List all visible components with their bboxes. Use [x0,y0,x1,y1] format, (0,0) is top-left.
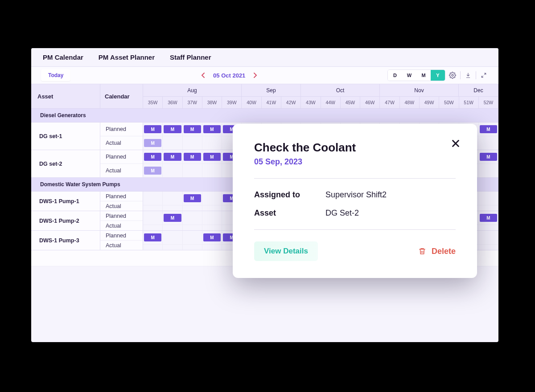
week-slot[interactable] [202,164,222,177]
week-slot[interactable] [143,192,163,205]
week-slot[interactable]: M [143,150,163,163]
maintenance-chip[interactable]: M [144,139,161,147]
maintenance-chip[interactable]: M [480,125,497,133]
week-slot[interactable] [183,225,202,230]
week-slot[interactable] [163,245,182,250]
view-details-button[interactable]: View Details [254,241,318,261]
chevron-left-icon[interactable] [200,72,207,79]
calendar-lines: PlannedActual [100,211,143,230]
maintenance-chip[interactable]: M [164,214,181,222]
week-slot[interactable] [479,205,498,211]
week-header: 50W [439,97,459,108]
week-slot[interactable]: M [143,164,163,177]
planned-label: Planned [100,150,143,164]
planned-label: Planned [100,231,143,241]
view-month-button[interactable]: M [416,70,431,81]
week-slot[interactable] [183,164,202,177]
week-slot[interactable] [163,192,182,205]
week-slot[interactable] [163,164,182,177]
view-day-button[interactable]: D [388,70,402,81]
week-slot[interactable] [163,231,182,244]
assigned-label: Assigned to [254,190,325,200]
week-slot[interactable]: M [163,122,182,136]
week-slot[interactable] [163,205,182,211]
maintenance-chip[interactable]: M [144,153,161,161]
week-slot[interactable] [479,245,498,250]
tab-pm-calendar[interactable]: PM Calendar [43,53,83,61]
week-slot[interactable] [183,136,202,150]
week-slot[interactable] [143,245,163,250]
week-slot[interactable]: M [202,231,222,244]
week-slot[interactable]: M [143,231,163,244]
week-slot[interactable] [143,225,163,230]
week-slot[interactable]: M [143,122,163,136]
view-week-button[interactable]: W [402,70,416,81]
week-slot[interactable] [202,205,222,211]
week-slot[interactable] [202,192,222,205]
maintenance-chip[interactable]: M [144,125,161,133]
timeline-header: AugSepOctNovDec 35W36W37W38W39W40W41W42W… [143,84,498,108]
week-slot[interactable] [202,245,222,250]
week-slot[interactable] [183,231,202,244]
week-slot[interactable]: M [163,211,182,225]
week-header: 35W [143,97,163,108]
view-year-button[interactable]: Y [431,70,445,81]
popover-title: Check the Coolant [254,141,456,155]
field-assigned: Assigned to Supervisor Shift2 [254,190,456,200]
maintenance-chip[interactable]: M [203,125,221,133]
week-slot[interactable] [143,205,163,211]
maintenance-chip[interactable]: M [184,194,201,202]
week-slot[interactable] [202,136,222,150]
maintenance-chip[interactable]: M [164,125,181,133]
expand-icon[interactable] [479,70,489,80]
week-slot[interactable] [202,225,222,230]
task-popover: Check the Coolant 05 Sep, 2023 Assigned … [233,124,477,278]
week-slot[interactable] [479,192,498,205]
month-header: Aug [143,84,242,96]
chevron-right-icon[interactable] [251,72,259,79]
maintenance-chip[interactable]: M [184,125,201,133]
week-slot[interactable]: M [202,122,222,136]
week-slot[interactable]: M [479,211,498,225]
week-slot[interactable] [143,211,163,225]
week-slot[interactable] [479,136,498,150]
tab-pm-asset-planner[interactable]: PM Asset Planner [99,53,155,61]
tab-staff-planner[interactable]: Staff Planner [170,53,211,61]
week-slot[interactable]: M [183,122,202,136]
week-slot[interactable]: M [143,136,163,150]
maintenance-chip[interactable]: M [164,153,181,161]
maintenance-chip[interactable]: M [203,233,221,241]
view-tools: D W M Y [388,70,489,81]
week-slot[interactable] [163,225,182,230]
week-slot[interactable] [479,231,498,244]
week-slot[interactable] [163,136,182,150]
week-slot[interactable]: M [163,150,182,163]
week-slot[interactable]: M [183,150,202,163]
week-slot[interactable] [479,225,498,230]
download-icon[interactable] [463,70,473,80]
week-slot[interactable] [183,211,202,225]
week-slot[interactable]: M [183,192,202,205]
close-icon[interactable] [449,136,463,151]
maintenance-chip[interactable]: M [480,214,497,222]
week-slot[interactable]: M [479,150,498,163]
maintenance-chip[interactable]: M [144,233,161,241]
week-slot[interactable]: M [479,122,498,136]
week-slot[interactable] [183,205,202,211]
delete-button[interactable]: Delete [418,247,456,256]
asset-value: DG Set-2 [325,208,359,218]
week-slot[interactable] [479,164,498,177]
week-header: 41W [262,97,281,108]
week-slot[interactable] [202,211,222,225]
maintenance-chip[interactable]: M [480,153,497,161]
maintenance-chip[interactable]: M [144,167,161,175]
maintenance-chip[interactable]: M [203,153,221,161]
week-slot[interactable] [183,245,202,250]
gear-icon[interactable] [448,70,457,80]
maintenance-chip[interactable]: M [184,153,201,161]
today-button[interactable]: Today [41,69,70,81]
week-slot[interactable]: M [202,150,222,163]
week-header: 38W [202,97,222,108]
actual-label: Actual [100,164,143,177]
popover-actions: View Details Delete [254,241,456,261]
